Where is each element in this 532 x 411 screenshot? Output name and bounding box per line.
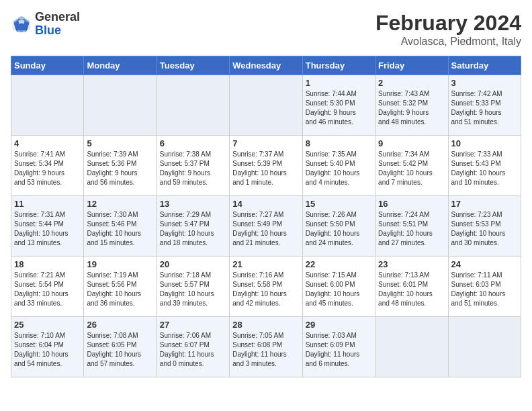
- day-number: 18: [14, 259, 81, 269]
- day-number: 3: [451, 78, 518, 88]
- calendar-day-cell: 1Sunrise: 7:44 AM Sunset: 5:30 PM Daylig…: [302, 75, 375, 136]
- day-number: 25: [14, 320, 81, 330]
- day-info: Sunrise: 7:39 AM Sunset: 5:36 PM Dayligh…: [87, 150, 153, 187]
- weekday-header-saturday: Saturday: [448, 56, 521, 75]
- weekday-header-sunday: Sunday: [11, 56, 84, 75]
- day-info: Sunrise: 7:42 AM Sunset: 5:33 PM Dayligh…: [451, 89, 518, 127]
- calendar-week-row: 25Sunrise: 7:10 AM Sunset: 6:04 PM Dayli…: [11, 317, 521, 377]
- day-info: Sunrise: 7:26 AM Sunset: 5:50 PM Dayligh…: [306, 210, 372, 248]
- weekday-header-tuesday: Tuesday: [157, 56, 229, 75]
- calendar-day-cell: 20Sunrise: 7:18 AM Sunset: 5:57 PM Dayli…: [157, 257, 229, 317]
- logo-icon: [11, 13, 32, 35]
- day-info: Sunrise: 7:43 AM Sunset: 5:32 PM Dayligh…: [378, 89, 445, 127]
- calendar-week-row: 11Sunrise: 7:31 AM Sunset: 5:44 PM Dayli…: [11, 196, 521, 257]
- day-info: Sunrise: 7:35 AM Sunset: 5:40 PM Dayligh…: [306, 150, 372, 187]
- calendar-day-cell: 9Sunrise: 7:34 AM Sunset: 5:42 PM Daylig…: [375, 136, 448, 196]
- weekday-header-thursday: Thursday: [302, 56, 375, 75]
- calendar-day-cell: 23Sunrise: 7:13 AM Sunset: 6:01 PM Dayli…: [375, 257, 448, 317]
- day-number: 2: [378, 78, 445, 88]
- day-info: Sunrise: 7:11 AM Sunset: 6:03 PM Dayligh…: [451, 271, 518, 308]
- calendar-day-cell: 2Sunrise: 7:43 AM Sunset: 5:32 PM Daylig…: [375, 75, 448, 136]
- day-number: 20: [160, 259, 226, 269]
- day-info: Sunrise: 7:08 AM Sunset: 6:05 PM Dayligh…: [87, 331, 153, 369]
- calendar-day-cell: 26Sunrise: 7:08 AM Sunset: 6:05 PM Dayli…: [84, 317, 157, 377]
- day-number: 9: [378, 138, 445, 148]
- calendar-day-cell: 12Sunrise: 7:30 AM Sunset: 5:46 PM Dayli…: [84, 196, 157, 257]
- day-number: 13: [160, 199, 226, 209]
- day-info: Sunrise: 7:37 AM Sunset: 5:39 PM Dayligh…: [232, 150, 299, 187]
- calendar-day-cell: 5Sunrise: 7:39 AM Sunset: 5:36 PM Daylig…: [84, 136, 157, 196]
- day-info: Sunrise: 7:18 AM Sunset: 5:57 PM Dayligh…: [160, 271, 226, 308]
- calendar-week-row: 4Sunrise: 7:41 AM Sunset: 5:34 PM Daylig…: [11, 136, 521, 196]
- day-info: Sunrise: 7:27 AM Sunset: 5:49 PM Dayligh…: [232, 210, 299, 248]
- calendar-day-cell: 16Sunrise: 7:24 AM Sunset: 5:51 PM Dayli…: [375, 196, 448, 257]
- day-number: 19: [87, 259, 153, 269]
- calendar-day-cell: 3Sunrise: 7:42 AM Sunset: 5:33 PM Daylig…: [448, 75, 521, 136]
- calendar-day-cell: 14Sunrise: 7:27 AM Sunset: 5:49 PM Dayli…: [230, 196, 302, 257]
- calendar-day-cell: 28Sunrise: 7:05 AM Sunset: 6:08 PM Dayli…: [230, 317, 302, 377]
- day-number: 27: [160, 320, 226, 330]
- calendar-header-row: SundayMondayTuesdayWednesdayThursdayFrid…: [11, 56, 521, 75]
- title-block: February 2024 Avolasca, Piedmont, Italy: [375, 11, 521, 48]
- calendar-week-row: 1Sunrise: 7:44 AM Sunset: 5:30 PM Daylig…: [11, 75, 521, 136]
- weekday-header-friday: Friday: [375, 56, 448, 75]
- calendar: SundayMondayTuesdayWednesdayThursdayFrid…: [11, 56, 521, 377]
- calendar-day-cell: 18Sunrise: 7:21 AM Sunset: 5:54 PM Dayli…: [11, 257, 84, 317]
- day-number: 16: [378, 199, 445, 209]
- day-info: Sunrise: 7:16 AM Sunset: 5:58 PM Dayligh…: [232, 271, 299, 308]
- day-number: 7: [232, 138, 299, 148]
- day-number: 12: [87, 199, 153, 209]
- calendar-day-cell: 24Sunrise: 7:11 AM Sunset: 6:03 PM Dayli…: [448, 257, 521, 317]
- day-info: Sunrise: 7:13 AM Sunset: 6:01 PM Dayligh…: [378, 271, 445, 308]
- day-number: 26: [87, 320, 153, 330]
- calendar-day-cell: 8Sunrise: 7:35 AM Sunset: 5:40 PM Daylig…: [302, 136, 375, 196]
- day-info: Sunrise: 7:05 AM Sunset: 6:08 PM Dayligh…: [232, 331, 299, 369]
- calendar-day-cell: [11, 75, 84, 136]
- day-info: Sunrise: 7:03 AM Sunset: 6:09 PM Dayligh…: [306, 331, 372, 369]
- day-number: 8: [306, 138, 372, 148]
- day-number: 22: [306, 259, 372, 269]
- calendar-day-cell: 27Sunrise: 7:06 AM Sunset: 6:07 PM Dayli…: [157, 317, 229, 377]
- day-number: 23: [378, 259, 445, 269]
- page-header: General Blue February 2024 Avolasca, Pie…: [11, 11, 521, 48]
- weekday-header-monday: Monday: [84, 56, 157, 75]
- calendar-day-cell: 15Sunrise: 7:26 AM Sunset: 5:50 PM Dayli…: [302, 196, 375, 257]
- calendar-week-row: 18Sunrise: 7:21 AM Sunset: 5:54 PM Dayli…: [11, 257, 521, 317]
- weekday-header-wednesday: Wednesday: [230, 56, 302, 75]
- day-info: Sunrise: 7:29 AM Sunset: 5:47 PM Dayligh…: [160, 210, 226, 248]
- day-info: Sunrise: 7:19 AM Sunset: 5:56 PM Dayligh…: [87, 271, 153, 308]
- day-info: Sunrise: 7:30 AM Sunset: 5:46 PM Dayligh…: [87, 210, 153, 248]
- day-number: 10: [451, 138, 518, 148]
- calendar-day-cell: 4Sunrise: 7:41 AM Sunset: 5:34 PM Daylig…: [11, 136, 84, 196]
- day-info: Sunrise: 7:21 AM Sunset: 5:54 PM Dayligh…: [14, 271, 81, 308]
- day-number: 4: [14, 138, 81, 148]
- calendar-day-cell: 29Sunrise: 7:03 AM Sunset: 6:09 PM Dayli…: [302, 317, 375, 377]
- day-number: 5: [87, 138, 153, 148]
- day-info: Sunrise: 7:06 AM Sunset: 6:07 PM Dayligh…: [160, 331, 226, 369]
- day-number: 29: [306, 320, 372, 330]
- day-info: Sunrise: 7:33 AM Sunset: 5:43 PM Dayligh…: [451, 150, 518, 187]
- day-info: Sunrise: 7:31 AM Sunset: 5:44 PM Dayligh…: [14, 210, 81, 248]
- day-number: 14: [232, 199, 299, 209]
- calendar-day-cell: 25Sunrise: 7:10 AM Sunset: 6:04 PM Dayli…: [11, 317, 84, 377]
- calendar-day-cell: [230, 75, 302, 136]
- calendar-day-cell: 17Sunrise: 7:23 AM Sunset: 5:53 PM Dayli…: [448, 196, 521, 257]
- day-info: Sunrise: 7:24 AM Sunset: 5:51 PM Dayligh…: [378, 210, 445, 248]
- calendar-day-cell: 13Sunrise: 7:29 AM Sunset: 5:47 PM Dayli…: [157, 196, 229, 257]
- month-title: February 2024: [375, 11, 521, 36]
- calendar-day-cell: [375, 317, 448, 377]
- calendar-day-cell: 7Sunrise: 7:37 AM Sunset: 5:39 PM Daylig…: [230, 136, 302, 196]
- calendar-day-cell: 21Sunrise: 7:16 AM Sunset: 5:58 PM Dayli…: [230, 257, 302, 317]
- logo: General Blue: [11, 11, 80, 38]
- day-number: 15: [306, 199, 372, 209]
- calendar-day-cell: [157, 75, 229, 136]
- day-number: 21: [232, 259, 299, 269]
- day-info: Sunrise: 7:41 AM Sunset: 5:34 PM Dayligh…: [14, 150, 81, 187]
- day-number: 28: [232, 320, 299, 330]
- calendar-day-cell: 22Sunrise: 7:15 AM Sunset: 6:00 PM Dayli…: [302, 257, 375, 317]
- day-info: Sunrise: 7:23 AM Sunset: 5:53 PM Dayligh…: [451, 210, 518, 248]
- logo-text: General Blue: [35, 11, 80, 38]
- calendar-day-cell: 11Sunrise: 7:31 AM Sunset: 5:44 PM Dayli…: [11, 196, 84, 257]
- day-number: 1: [306, 78, 372, 88]
- day-number: 6: [160, 138, 226, 148]
